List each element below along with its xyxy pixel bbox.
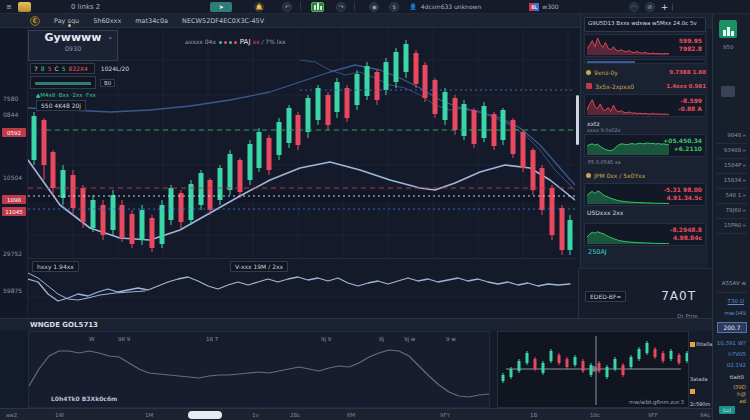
bell-icon[interactable]: 🔔 [254,2,264,12]
sidebar-link-1[interactable]: T30 O [728,298,744,304]
menu-item-pay[interactable]: Pay squ [54,17,79,25]
instrument-label: U5Dxxx 2xx [587,209,703,216]
sidebar-price-row[interactable]: 78J60▸ [726,207,746,213]
order-marker-tag[interactable]: 0tta0a [690,341,712,347]
sidebar-keyboard-icon[interactable]: ⟨▭⟩ [719,406,735,414]
watchlist-row[interactable]: JPM 0xx / 5x0Yxx [584,169,706,181]
add-panel-button[interactable]: + [661,2,669,12]
time-axis[interactable]: aw21W1M1v2Bc6M9FY1B18c9FF9Ac [0,408,712,420]
time-tick-label: 6M [347,412,355,418]
time-tick-label: 1B [530,412,537,418]
watchlist-row[interactable]: xxtzxxxx 9.0x02x [584,119,706,132]
settings-icon[interactable]: ⊘ [645,2,655,12]
coin-icon[interactable]: $ [389,2,399,12]
sidebar-price-row[interactable]: 15834▸ [724,177,746,183]
sidebar-price-row[interactable]: 93488▸ [724,147,746,153]
symbol-selector[interactable]: Gywwww ⌄ 0930 [28,30,118,61]
legend-token: 5 [62,65,66,72]
sidebar-yellow-value: ad [739,398,746,404]
watchlist-scrollbar[interactable] [576,95,579,145]
mini-candlestick-panel[interactable]: mw/aibt.g6nm.zur.3 [497,331,689,408]
time-tick-label: aw2 [6,412,17,418]
row-values: 599.957982.8 [679,37,702,53]
watchlist-row[interactable]: 250AJ [584,248,706,259]
order-marker-tag[interactable]: 2c590m [690,401,710,407]
watchlist-row[interactable]: G9U5D13 Bxxs wdxwa w5Mxx 24.0c 5v [584,17,706,32]
sidebar-link-2[interactable]: mw.049 [724,310,746,316]
person-icon[interactable]: 👤 [409,3,417,10]
time-scrollbar-thumb[interactable] [188,411,222,419]
legend-token: 8 [41,65,45,72]
purple-footer-label: L0h4Tk0 B3Xk0c6m [51,395,117,402]
active-menu-dot [68,24,71,27]
order-marker-tag[interactable]: 3atada [690,376,708,382]
menu-item-instruments[interactable]: mat34c0a [135,17,168,25]
cursor-tool-button[interactable]: ➤ [210,2,232,12]
top-toolbar: ≡ 0 links 2 ➤ 🔔 ↶ ↷ ◉ $ 👤 4dcsm633 unkno… [0,0,750,14]
order-marker-tag[interactable] [690,389,696,394]
watchlist-panel[interactable]: G9U5D13 Bxxs wdxwa w5Mxx 24.0c 5v599.957… [580,14,708,268]
purple-tick: W [89,336,94,342]
current-price-badge: 0592 [2,128,26,137]
time-tick-label: 18c [590,412,600,418]
row-values: -8.2948.84.98.84c [670,226,702,242]
watchlist-row[interactable]: 3x5x-2xpxx01.4xxx 0.981 [584,80,706,92]
legend-a-values: 785C5832X4 [30,63,95,74]
watchlist-row[interactable]: P5 0.0545 xx [584,159,706,167]
orange-marker-icon [690,342,695,347]
undo-icon[interactable]: ↶ [282,2,292,12]
current-price-badge: 11045 [2,207,26,216]
price-axis[interactable]: 758008441050429752598750592109811045 [0,28,28,318]
sidebar-selected-value[interactable]: 200.7 [717,322,747,333]
secondary-line-panel[interactable]: W98 918 79j 98j9j w9 w L0h4Tk0 B3Xk0c6m [28,331,490,408]
watchlist-row[interactable]: 599.957982.8 [584,34,706,57]
sidebar-price-row[interactable]: 1584P▸ [724,162,746,168]
chevron-down-icon[interactable]: ⌄ [107,33,113,41]
broker-badge-icon: BL [529,3,539,11]
row-values: -8.599-0.88 A [678,97,702,113]
app-icon[interactable] [18,2,31,12]
time-tick-label: 1W [55,412,64,418]
sidebar-separator [716,292,747,293]
sidebar-price-row[interactable]: 548 1▸ [725,192,746,198]
menu-item-indicators[interactable]: 5h60xxx [93,17,121,25]
purple-tick: 9 w [446,336,456,342]
watchlist-row[interactable]: 9xnz-0y9.7388 1.88 [584,66,706,78]
instrument-label: 3x5x-2xpxx0 [595,83,634,90]
redo-icon[interactable]: ↷ [336,2,346,12]
time-tick-label: 9Ac [700,412,710,418]
section-title: WNGDE GOL5713 [30,321,98,329]
sparkline-chart [587,37,669,55]
watchlist-row[interactable]: U5Dxxx 2xx [584,208,706,221]
legend-a-bar-box [30,76,96,89]
symbol-name: Gywwww [29,31,117,45]
time-tick-label: 9FY [440,412,450,418]
purple-tick: 9j w [404,336,415,342]
currency-icon[interactable]: € [30,16,40,26]
watchlist-row[interactable]: -8.2948.84.98.84c [584,223,706,246]
orange-marker-icon [690,389,695,394]
sidebar-price-row[interactable]: 15PA0▸ [724,222,746,228]
watchlist-row[interactable]: -5.31 98.004.91.34.5c [584,183,706,206]
watchlist-row[interactable] [584,59,706,64]
purple-tick: 18 7 [206,336,218,342]
purple-tick: 9j 9 [321,336,331,342]
green-chart-icon[interactable] [719,20,737,38]
sidebar-price-row[interactable]: 9848▸ [727,132,746,138]
menu-icon[interactable]: ≡ [6,3,12,11]
instrument-label: JPM 0xx / 5x0Yxx [594,172,645,179]
menu-item-session[interactable]: NECW52DF4EC0X3C-45V [182,17,264,25]
indicator-panel[interactable] [28,258,575,318]
indicator-legend-b: ▲M4x8 ·Bxx ·2xx ·Fxx 550 4K48 20j [36,92,96,111]
axis-price-label: 29752 [3,250,22,257]
sidebar-blue-value: 02.192 [727,362,746,368]
legend-b-cells: 550 4K48 20j [36,100,86,111]
bottom-section-header[interactable]: WNGDE GOL5713 [0,318,712,331]
right-sidebar[interactable]: 950 9848▸93488▸1584P▸15834▸548 1▸78J60▸1… [712,14,750,420]
watchlist-row[interactable]: -8.599-0.88 A [584,94,706,117]
chart-type-icon[interactable] [311,2,324,12]
globe-icon[interactable]: ◉ [369,2,379,12]
help-icon[interactable]: ◠ [629,2,639,12]
watchlist-row[interactable]: +05.450.34+6.2110 [584,134,706,157]
sidebar-gray-icon[interactable] [721,86,735,97]
